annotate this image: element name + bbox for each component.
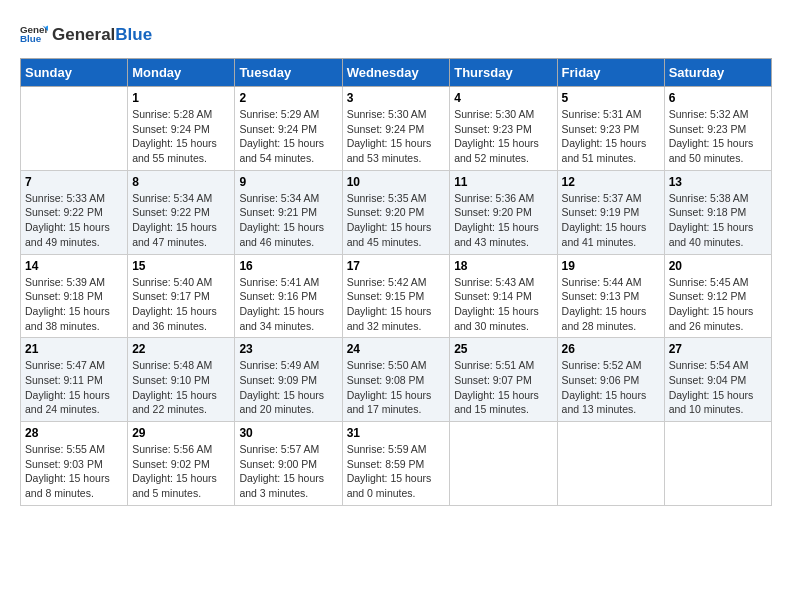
day-number: 9 xyxy=(239,175,337,189)
day-content: Sunrise: 5:37 AM Sunset: 9:19 PM Dayligh… xyxy=(562,191,660,250)
calendar-cell: 15Sunrise: 5:40 AM Sunset: 9:17 PM Dayli… xyxy=(128,254,235,338)
day-content: Sunrise: 5:45 AM Sunset: 9:12 PM Dayligh… xyxy=(669,275,767,334)
calendar-cell: 8Sunrise: 5:34 AM Sunset: 9:22 PM Daylig… xyxy=(128,170,235,254)
day-number: 18 xyxy=(454,259,552,273)
column-header-wednesday: Wednesday xyxy=(342,59,450,87)
day-content: Sunrise: 5:43 AM Sunset: 9:14 PM Dayligh… xyxy=(454,275,552,334)
day-number: 5 xyxy=(562,91,660,105)
day-number: 6 xyxy=(669,91,767,105)
calendar-cell xyxy=(21,87,128,171)
column-header-thursday: Thursday xyxy=(450,59,557,87)
calendar-header-row: SundayMondayTuesdayWednesdayThursdayFrid… xyxy=(21,59,772,87)
day-content: Sunrise: 5:42 AM Sunset: 9:15 PM Dayligh… xyxy=(347,275,446,334)
day-number: 1 xyxy=(132,91,230,105)
day-number: 10 xyxy=(347,175,446,189)
calendar-cell: 16Sunrise: 5:41 AM Sunset: 9:16 PM Dayli… xyxy=(235,254,342,338)
day-content: Sunrise: 5:30 AM Sunset: 9:24 PM Dayligh… xyxy=(347,107,446,166)
calendar-cell: 21Sunrise: 5:47 AM Sunset: 9:11 PM Dayli… xyxy=(21,338,128,422)
day-content: Sunrise: 5:29 AM Sunset: 9:24 PM Dayligh… xyxy=(239,107,337,166)
day-number: 12 xyxy=(562,175,660,189)
calendar-cell: 27Sunrise: 5:54 AM Sunset: 9:04 PM Dayli… xyxy=(664,338,771,422)
calendar-cell: 3Sunrise: 5:30 AM Sunset: 9:24 PM Daylig… xyxy=(342,87,450,171)
column-header-tuesday: Tuesday xyxy=(235,59,342,87)
calendar-week-5: 28Sunrise: 5:55 AM Sunset: 9:03 PM Dayli… xyxy=(21,422,772,506)
logo: General Blue GeneralBlue xyxy=(20,20,152,48)
day-content: Sunrise: 5:39 AM Sunset: 9:18 PM Dayligh… xyxy=(25,275,123,334)
calendar-cell: 19Sunrise: 5:44 AM Sunset: 9:13 PM Dayli… xyxy=(557,254,664,338)
calendar-cell: 26Sunrise: 5:52 AM Sunset: 9:06 PM Dayli… xyxy=(557,338,664,422)
column-header-sunday: Sunday xyxy=(21,59,128,87)
day-number: 4 xyxy=(454,91,552,105)
day-number: 7 xyxy=(25,175,123,189)
calendar-week-2: 7Sunrise: 5:33 AM Sunset: 9:22 PM Daylig… xyxy=(21,170,772,254)
day-number: 26 xyxy=(562,342,660,356)
day-content: Sunrise: 5:59 AM Sunset: 8:59 PM Dayligh… xyxy=(347,442,446,501)
calendar-cell: 5Sunrise: 5:31 AM Sunset: 9:23 PM Daylig… xyxy=(557,87,664,171)
day-number: 16 xyxy=(239,259,337,273)
day-number: 24 xyxy=(347,342,446,356)
calendar-cell: 23Sunrise: 5:49 AM Sunset: 9:09 PM Dayli… xyxy=(235,338,342,422)
calendar-cell xyxy=(664,422,771,506)
day-content: Sunrise: 5:32 AM Sunset: 9:23 PM Dayligh… xyxy=(669,107,767,166)
calendar-cell: 2Sunrise: 5:29 AM Sunset: 9:24 PM Daylig… xyxy=(235,87,342,171)
day-number: 21 xyxy=(25,342,123,356)
calendar-cell: 12Sunrise: 5:37 AM Sunset: 9:19 PM Dayli… xyxy=(557,170,664,254)
day-content: Sunrise: 5:38 AM Sunset: 9:18 PM Dayligh… xyxy=(669,191,767,250)
day-content: Sunrise: 5:56 AM Sunset: 9:02 PM Dayligh… xyxy=(132,442,230,501)
day-number: 25 xyxy=(454,342,552,356)
calendar-cell xyxy=(557,422,664,506)
day-number: 28 xyxy=(25,426,123,440)
day-number: 29 xyxy=(132,426,230,440)
day-content: Sunrise: 5:48 AM Sunset: 9:10 PM Dayligh… xyxy=(132,358,230,417)
column-header-saturday: Saturday xyxy=(664,59,771,87)
day-content: Sunrise: 5:40 AM Sunset: 9:17 PM Dayligh… xyxy=(132,275,230,334)
day-content: Sunrise: 5:57 AM Sunset: 9:00 PM Dayligh… xyxy=(239,442,337,501)
day-content: Sunrise: 5:49 AM Sunset: 9:09 PM Dayligh… xyxy=(239,358,337,417)
day-number: 14 xyxy=(25,259,123,273)
day-number: 2 xyxy=(239,91,337,105)
day-number: 11 xyxy=(454,175,552,189)
calendar-cell: 7Sunrise: 5:33 AM Sunset: 9:22 PM Daylig… xyxy=(21,170,128,254)
day-number: 8 xyxy=(132,175,230,189)
day-content: Sunrise: 5:28 AM Sunset: 9:24 PM Dayligh… xyxy=(132,107,230,166)
day-content: Sunrise: 5:44 AM Sunset: 9:13 PM Dayligh… xyxy=(562,275,660,334)
day-number: 17 xyxy=(347,259,446,273)
day-number: 22 xyxy=(132,342,230,356)
day-number: 3 xyxy=(347,91,446,105)
calendar-cell: 20Sunrise: 5:45 AM Sunset: 9:12 PM Dayli… xyxy=(664,254,771,338)
day-content: Sunrise: 5:36 AM Sunset: 9:20 PM Dayligh… xyxy=(454,191,552,250)
column-header-friday: Friday xyxy=(557,59,664,87)
calendar-cell: 30Sunrise: 5:57 AM Sunset: 9:00 PM Dayli… xyxy=(235,422,342,506)
logo-icon: General Blue xyxy=(20,20,48,48)
day-content: Sunrise: 5:34 AM Sunset: 9:22 PM Dayligh… xyxy=(132,191,230,250)
calendar-cell: 25Sunrise: 5:51 AM Sunset: 9:07 PM Dayli… xyxy=(450,338,557,422)
day-number: 13 xyxy=(669,175,767,189)
day-content: Sunrise: 5:47 AM Sunset: 9:11 PM Dayligh… xyxy=(25,358,123,417)
calendar-week-4: 21Sunrise: 5:47 AM Sunset: 9:11 PM Dayli… xyxy=(21,338,772,422)
day-content: Sunrise: 5:50 AM Sunset: 9:08 PM Dayligh… xyxy=(347,358,446,417)
day-number: 23 xyxy=(239,342,337,356)
day-number: 15 xyxy=(132,259,230,273)
day-content: Sunrise: 5:30 AM Sunset: 9:23 PM Dayligh… xyxy=(454,107,552,166)
calendar-table: SundayMondayTuesdayWednesdayThursdayFrid… xyxy=(20,58,772,506)
calendar-cell: 24Sunrise: 5:50 AM Sunset: 9:08 PM Dayli… xyxy=(342,338,450,422)
day-number: 27 xyxy=(669,342,767,356)
day-number: 31 xyxy=(347,426,446,440)
calendar-cell: 31Sunrise: 5:59 AM Sunset: 8:59 PM Dayli… xyxy=(342,422,450,506)
calendar-week-3: 14Sunrise: 5:39 AM Sunset: 9:18 PM Dayli… xyxy=(21,254,772,338)
day-content: Sunrise: 5:33 AM Sunset: 9:22 PM Dayligh… xyxy=(25,191,123,250)
page-header: General Blue GeneralBlue xyxy=(20,20,772,48)
day-content: Sunrise: 5:51 AM Sunset: 9:07 PM Dayligh… xyxy=(454,358,552,417)
calendar-cell: 22Sunrise: 5:48 AM Sunset: 9:10 PM Dayli… xyxy=(128,338,235,422)
column-header-monday: Monday xyxy=(128,59,235,87)
calendar-cell: 28Sunrise: 5:55 AM Sunset: 9:03 PM Dayli… xyxy=(21,422,128,506)
day-number: 19 xyxy=(562,259,660,273)
calendar-cell: 10Sunrise: 5:35 AM Sunset: 9:20 PM Dayli… xyxy=(342,170,450,254)
calendar-cell: 1Sunrise: 5:28 AM Sunset: 9:24 PM Daylig… xyxy=(128,87,235,171)
calendar-week-1: 1Sunrise: 5:28 AM Sunset: 9:24 PM Daylig… xyxy=(21,87,772,171)
calendar-cell: 4Sunrise: 5:30 AM Sunset: 9:23 PM Daylig… xyxy=(450,87,557,171)
logo-text-general: GeneralBlue xyxy=(52,26,152,43)
day-number: 30 xyxy=(239,426,337,440)
svg-text:Blue: Blue xyxy=(20,33,42,44)
day-number: 20 xyxy=(669,259,767,273)
